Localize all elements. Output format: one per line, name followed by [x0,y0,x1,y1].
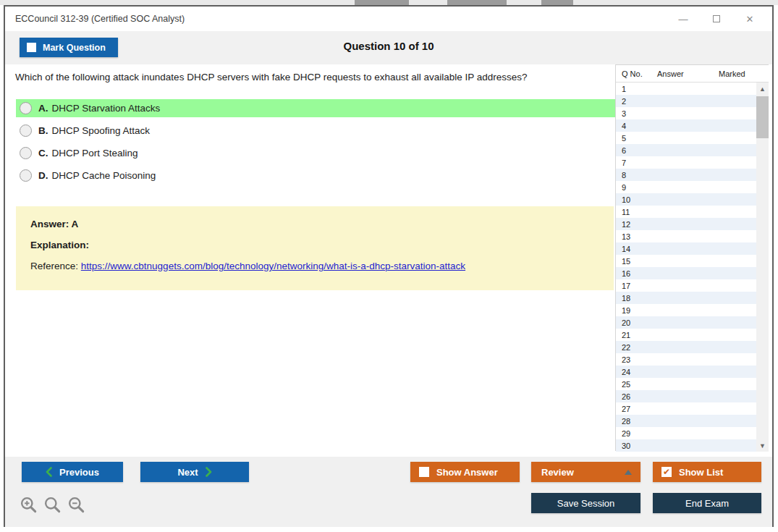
row-qno: 2 [616,97,651,106]
option-text: DHCP Starvation Attacks [52,103,161,114]
previous-button[interactable]: Previous [22,462,123,482]
scroll-thumb[interactable] [756,96,769,138]
question-list-row[interactable]: 30 [616,439,756,452]
question-list-row[interactable]: 10 [616,193,756,206]
question-list-row[interactable]: 21 [616,329,756,341]
col-marked: Marked [713,69,745,78]
row-qno: 30 [616,442,651,450]
chevron-right-icon [206,467,212,477]
desktop-strip [0,0,778,5]
question-list-row[interactable]: 22 [616,341,756,353]
question-list-row[interactable]: 4 [616,119,756,132]
options-list: A.DHCP Starvation AttacksB.DHCP Spoofing… [16,99,622,189]
question-list-row[interactable]: 7 [616,156,756,169]
question-list-row[interactable]: 6 [616,144,756,156]
option-text: DHCP Cache Poisoning [52,170,156,181]
question-list-row[interactable]: 16 [616,267,756,279]
option-d[interactable]: D.DHCP Cache Poisoning [16,166,622,185]
row-qno: 3 [616,109,651,118]
scrollbar[interactable]: ▲ ▼ [756,83,769,452]
question-list-row[interactable]: 1 [616,83,756,95]
question-list-body: 1234567891011121314151617181920212223242… [616,83,756,452]
row-qno: 11 [616,208,651,216]
question-list-row[interactable]: 11 [616,206,756,218]
previous-label: Previous [59,467,99,478]
row-qno: 26 [616,392,651,401]
show-list-label: Show List [679,467,723,478]
footer-bar: Previous Next Show Answer Review ✔ Show … [5,457,772,527]
window-title: ECCouncil 312-39 (Certified SOC Analyst) [15,14,185,24]
triangle-up-icon [625,470,632,475]
zoom-out-icon[interactable] [67,496,86,515]
question-text: Which of the following attack inundates … [15,72,609,83]
answer-label: Answer: A [30,219,599,229]
checkbox-icon [419,467,429,477]
option-letter: B. [38,125,48,136]
row-qno: 23 [616,355,651,364]
row-qno: 5 [616,134,651,143]
option-letter: C. [38,148,48,159]
question-list-row[interactable]: 8 [616,169,756,181]
question-list-row[interactable]: 17 [616,279,756,292]
row-qno: 29 [616,429,651,438]
radio-icon[interactable] [20,124,32,137]
title-bar: ECCouncil 312-39 (Certified SOC Analyst)… [5,7,772,31]
question-list-row[interactable]: 20 [616,316,756,329]
row-qno: 28 [616,417,651,426]
row-qno: 22 [616,343,651,352]
row-qno: 20 [616,318,651,327]
row-qno: 9 [616,183,651,192]
reference-link[interactable]: https://www.cbtnuggets.com/blog/technolo… [81,261,465,271]
question-list-row[interactable]: 26 [616,390,756,402]
radio-icon[interactable] [20,147,32,159]
reference-label: Reference: [30,261,78,271]
radio-icon[interactable] [20,102,32,114]
row-qno: 7 [616,159,651,167]
app-window: ECCouncil 312-39 (Certified SOC Analyst)… [4,5,774,527]
zoom-reset-icon[interactable] [43,496,62,515]
scroll-down-icon[interactable]: ▼ [756,439,769,452]
minimize-button[interactable]: — [667,7,700,31]
question-list-row[interactable]: 2 [616,95,756,107]
question-list-row[interactable]: 15 [616,255,756,267]
question-list-row[interactable]: 28 [616,415,756,427]
row-qno: 1 [616,85,651,93]
option-a[interactable]: A.DHCP Starvation Attacks [16,99,622,117]
question-list-row[interactable]: 14 [616,242,756,255]
save-session-button[interactable]: Save Session [531,493,640,513]
row-qno: 19 [616,306,651,315]
question-list-row[interactable]: 12 [616,218,756,230]
question-list-row[interactable]: 18 [616,292,756,304]
row-qno: 15 [616,257,651,266]
question-list-row[interactable]: 24 [616,366,756,378]
scroll-up-icon[interactable]: ▲ [756,83,769,95]
question-list-row[interactable]: 27 [616,402,756,415]
question-list-row[interactable]: 9 [616,181,756,193]
option-c[interactable]: C.DHCP Port Stealing [16,144,622,162]
question-list-row[interactable]: 19 [616,304,756,316]
option-text: DHCP Port Stealing [52,148,138,159]
row-qno: 6 [616,146,651,155]
question-list-row[interactable]: 3 [616,107,756,119]
maximize-button[interactable] [700,7,733,31]
question-list-row[interactable]: 13 [616,230,756,242]
question-list-row[interactable]: 5 [616,132,756,144]
option-b[interactable]: B.DHCP Spoofing Attack [16,122,622,140]
question-list-row[interactable]: 23 [616,353,756,366]
radio-icon[interactable] [20,169,32,182]
row-qno: 4 [616,122,651,130]
row-qno: 8 [616,171,651,180]
end-exam-label: End Exam [685,498,729,509]
maximize-icon [713,15,720,22]
zoom-in-icon[interactable] [20,496,38,515]
question-list-row[interactable]: 25 [616,378,756,390]
end-exam-button[interactable]: End Exam [653,493,761,513]
row-qno: 21 [616,331,651,339]
question-list-row[interactable]: 29 [616,427,756,439]
explanation-box: Answer: A Explanation: Reference: https:… [16,206,614,290]
show-answer-button[interactable]: Show Answer [410,462,520,482]
review-button[interactable]: Review [531,462,640,482]
show-list-button[interactable]: ✔ Show List [653,462,761,482]
next-button[interactable]: Next [140,462,249,482]
close-button[interactable]: ✕ [733,7,766,31]
